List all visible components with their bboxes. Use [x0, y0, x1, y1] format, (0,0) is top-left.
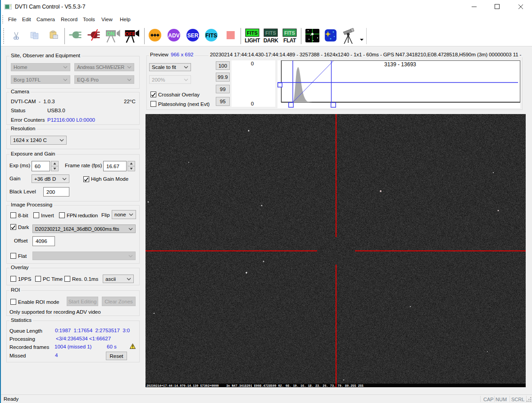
svg-text:FITS: FITS [205, 32, 217, 39]
svg-text:OFF: OFF [125, 31, 136, 37]
svg-text:LIGHT: LIGHT [245, 37, 260, 44]
svg-text:20230214+17:44:14.070-14.130 5: 20230214+17:44:14.070-14.130 57302+0000 … [146, 384, 364, 387]
svg-text:ADV: ADV [168, 32, 179, 39]
svg-text:ON: ON [107, 31, 115, 37]
svg-text:FITS: FITS [265, 30, 276, 36]
svg-text:SER: SER [187, 32, 199, 39]
svg-text:DARK: DARK [264, 37, 278, 44]
svg-text:3139 - 13693: 3139 - 13693 [384, 61, 416, 68]
svg-text:FITS: FITS [284, 30, 295, 36]
svg-text:FLAT: FLAT [283, 37, 296, 44]
svg-text:FITS: FITS [247, 30, 258, 36]
